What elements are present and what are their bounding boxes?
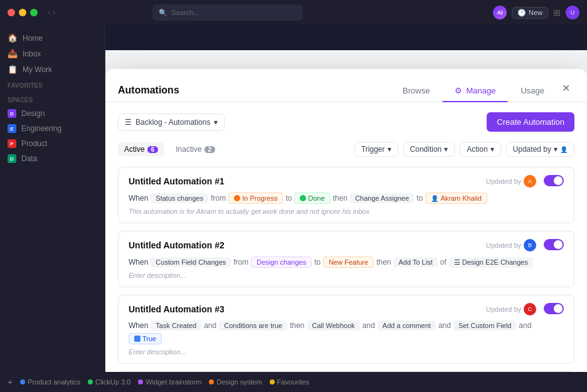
topbar-right: AI 🕐 New ⊞ U <box>493 6 579 19</box>
condition-dropdown[interactable]: Condition ▾ <box>403 142 455 157</box>
bottom-favourites[interactable]: Favourites <box>270 378 309 386</box>
sidebar-home-label: Home <box>23 34 43 43</box>
inactive-filter-label: Inactive <box>176 145 201 154</box>
checkbox-icon-3 <box>134 336 140 342</box>
data-space-icon: D <box>8 154 16 163</box>
automation-3-updated: Updated by C <box>486 303 536 315</box>
search-bar[interactable]: 🔍 Search... <box>152 4 303 21</box>
modal-title: Automations <box>118 85 179 96</box>
usage-tab-label: Usage <box>521 86 544 95</box>
sidebar-design-label: Design <box>21 109 45 118</box>
clickup-dot <box>88 379 93 384</box>
trigger-chip-1: Status changes <box>151 193 208 203</box>
create-automation-button[interactable]: Create Automation <box>487 112 574 132</box>
automation-1-toggle[interactable] <box>544 175 564 186</box>
sidebar-item-inbox[interactable]: 📥 Inbox <box>0 46 105 61</box>
to-dot-1 <box>300 195 306 201</box>
tab-manage[interactable]: ⚙ Manage <box>442 80 508 102</box>
ai-badge[interactable]: AI <box>493 6 507 19</box>
inactive-count-badge: 2 <box>204 146 216 153</box>
sidebar-item-design[interactable]: D Design <box>0 106 105 121</box>
action-dropdown[interactable]: Action ▾ <box>460 142 500 157</box>
sidebar-data-label: Data <box>21 154 37 163</box>
design-system-dot <box>209 379 214 384</box>
sidebar-product-label: Product <box>21 139 47 148</box>
engineering-space-icon: E <box>8 124 16 133</box>
action-chip-3b: Add a comment <box>378 320 436 331</box>
grid-icon[interactable]: ⊞ <box>553 8 561 18</box>
close-button[interactable] <box>8 9 15 16</box>
automation-2-toggle[interactable] <box>544 239 564 250</box>
automation-1-rule: When Status changes from In Progress to … <box>129 193 564 204</box>
action-chip-3a: Call Webhook <box>307 320 360 331</box>
and-label-3b: and <box>362 321 375 330</box>
favorites-section-header: Favorites <box>0 77 105 92</box>
and-label-3c: and <box>438 321 451 330</box>
spaces-section-header: Spaces <box>0 92 105 106</box>
mywork-icon: 📋 <box>8 65 18 74</box>
backlog-select[interactable]: ☰ Backlog - Automations ▾ <box>118 114 225 131</box>
sidebar-item-data[interactable]: D Data <box>0 151 105 166</box>
sidebar-inbox-label: Inbox <box>23 50 41 58</box>
modal-body: ☰ Backlog - Automations ▾ Create Automat… <box>105 102 587 372</box>
tab-browse[interactable]: Browse <box>390 80 442 102</box>
bottom-design-system[interactable]: Design system <box>209 378 262 386</box>
bottom-clickup[interactable]: ClickUp 3.0 <box>88 378 130 386</box>
from-label-1: from <box>211 194 226 203</box>
active-filter-label: Active <box>124 145 145 154</box>
updated-by-dropdown[interactable]: Updated by ▾ 👤 <box>506 142 574 157</box>
automation-item-1: Untitled Automation #1 Updated by A When <box>118 167 574 223</box>
design-system-bb-label: Design system <box>216 378 262 386</box>
back-arrow-icon[interactable]: ‹ <box>48 8 50 17</box>
modal-close-button[interactable]: ✕ <box>557 79 574 97</box>
when-keyword-1: When <box>129 194 148 203</box>
manage-tab-icon: ⚙ <box>455 86 462 95</box>
new-button[interactable]: 🕐 New <box>512 7 548 19</box>
sidebar-item-mywork[interactable]: 📋 My Work <box>0 61 105 77</box>
then-label-1: then <box>333 194 347 203</box>
home-icon: 🏠 <box>8 33 18 43</box>
avatar-2: B <box>524 239 536 252</box>
sidebar-item-product[interactable]: P Product <box>0 136 105 151</box>
then-label-2: then <box>376 258 391 267</box>
when-keyword-2: When <box>129 258 148 267</box>
updated-by-label-1: Updated by <box>486 177 521 185</box>
browse-tab-label: Browse <box>403 86 430 95</box>
automation-3-toggle[interactable] <box>544 303 564 314</box>
user-avatar[interactable]: U <box>566 6 579 19</box>
main-layout: 🏠 Home 📥 Inbox 📋 My Work Favorites Space… <box>0 25 587 392</box>
backlog-label: Backlog - Automations <box>135 118 210 127</box>
sidebar-item-home[interactable]: 🏠 Home <box>0 30 105 46</box>
to-value-2: New Feature <box>323 257 374 268</box>
bottom-product-analytics[interactable]: Product analytics <box>20 378 80 386</box>
topbar: ‹ › 🔍 Search... AI 🕐 New ⊞ U <box>0 0 587 25</box>
condition-chevron-icon: ▾ <box>444 145 448 154</box>
fullscreen-button[interactable] <box>30 9 38 16</box>
add-icon[interactable]: + <box>8 377 13 387</box>
action-chevron-icon: ▾ <box>490 145 494 154</box>
and-label-3a: and <box>204 321 216 330</box>
updated-by-person-icon: 👤 <box>560 146 568 153</box>
filter-inactive[interactable]: Inactive 2 <box>169 142 221 156</box>
bottom-widget[interactable]: Widget brainstorm <box>138 378 201 386</box>
inbox-icon: 📥 <box>8 49 18 58</box>
automation-1-updated: Updated by A <box>486 175 536 188</box>
search-placeholder: Search... <box>171 9 199 16</box>
updated-by-label-3: Updated by <box>486 305 521 313</box>
minimize-button[interactable] <box>19 9 26 16</box>
sidebar-item-engineering[interactable]: E Engineering <box>0 121 105 136</box>
modal-header: Automations Browse ⚙ Manage Usage <box>105 69 587 102</box>
automation-2-header: Untitled Automation #2 Updated by B <box>129 239 564 252</box>
automation-2-rule: When Custom Field Changes from Design ch… <box>129 257 564 268</box>
trigger-dropdown[interactable]: Trigger ▾ <box>354 142 398 157</box>
from-value-1: In Progress <box>228 193 283 204</box>
modal-overlay: Automations Browse ⚙ Manage Usage <box>105 75 587 372</box>
product-space-icon: P <box>8 139 16 148</box>
filter-active[interactable]: Active 6 <box>118 142 164 156</box>
automation-2-desc: Enter description... <box>129 272 564 279</box>
tab-usage[interactable]: Usage <box>508 80 557 102</box>
automation-2-updated: Updated by B <box>486 239 536 252</box>
and-label-3d: and <box>519 321 531 330</box>
forward-arrow-icon[interactable]: › <box>53 8 55 17</box>
bottom-bar: + Product analytics ClickUp 3.0 Widget b… <box>0 372 587 392</box>
